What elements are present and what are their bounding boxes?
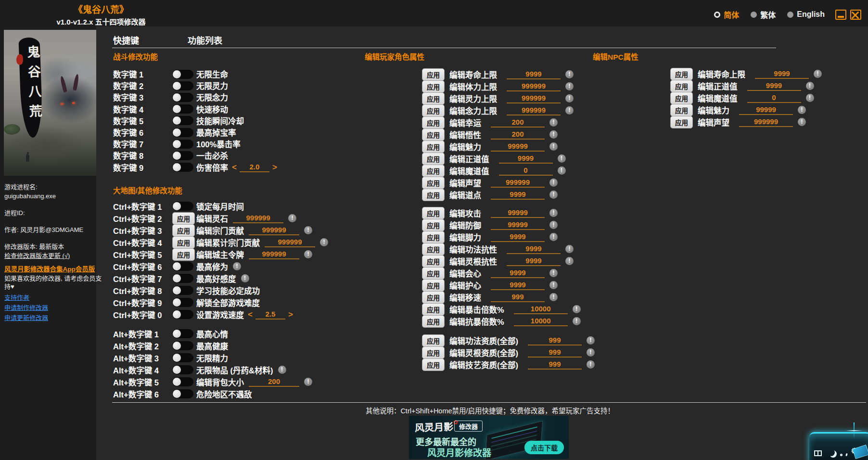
toggle-switch[interactable] (172, 341, 193, 350)
value-input[interactable]: 9999 (507, 256, 561, 266)
value-input[interactable]: 999 (528, 360, 582, 370)
apply-button[interactable]: 应用 (670, 68, 693, 80)
apply-button[interactable]: 应用 (172, 248, 195, 261)
stepper-value[interactable]: 2.5 (255, 310, 285, 319)
value-input[interactable]: 999999 (249, 226, 299, 235)
apply-button[interactable]: 应用 (422, 255, 445, 268)
toggle-switch[interactable] (172, 286, 193, 295)
value-input[interactable]: 0 (499, 166, 553, 176)
value-input[interactable]: 9999 (755, 69, 809, 79)
apply-button[interactable]: 应用 (670, 80, 693, 92)
value-input[interactable]: 999999 (233, 214, 283, 223)
overlay-widget[interactable]: ⚙ (809, 432, 868, 460)
apply-button[interactable]: 应用 (422, 80, 445, 93)
apply-button[interactable]: 应用 (422, 189, 445, 201)
apply-button[interactable]: 应用 (422, 207, 445, 219)
toggle-switch[interactable] (172, 70, 193, 79)
apply-button[interactable]: 应用 (172, 236, 195, 249)
stepper-decrease-icon[interactable]: < (232, 163, 237, 172)
minimize-button[interactable] (835, 10, 846, 20)
toggle-switch[interactable] (172, 365, 193, 374)
value-input[interactable]: 9999 (491, 268, 545, 278)
apply-button[interactable]: 应用 (422, 334, 445, 347)
value-input[interactable]: 9999 (491, 281, 545, 290)
apply-button[interactable]: 应用 (422, 68, 445, 81)
toggle-switch[interactable] (172, 140, 193, 149)
value-input[interactable]: 9999 (499, 154, 553, 164)
apply-button[interactable]: 应用 (422, 128, 445, 141)
request-update-link[interactable]: 申请更新修改器 (4, 314, 108, 322)
value-input[interactable]: 9999 (507, 70, 561, 79)
value-input[interactable]: 9999 (491, 232, 545, 242)
apply-button[interactable]: 应用 (422, 219, 445, 231)
value-input[interactable]: 99999 (491, 220, 545, 230)
value-input[interactable]: 999999 (249, 250, 299, 259)
apply-button[interactable]: 应用 (422, 267, 445, 280)
toggle-switch[interactable] (172, 93, 193, 102)
language-option[interactable]: 简体 (714, 9, 739, 20)
value-input[interactable]: 999 (528, 348, 582, 358)
toggle-switch[interactable] (172, 329, 193, 338)
value-input[interactable]: 200 (491, 118, 545, 128)
value-input[interactable]: 10000 (514, 317, 568, 326)
value-input[interactable]: 9999 (491, 190, 545, 200)
value-input[interactable]: 9999 (507, 244, 561, 254)
value-input[interactable]: 999 (528, 336, 582, 345)
check-update-link[interactable]: 检查修改器版本更新 (√) (4, 252, 108, 260)
value-input[interactable]: 9999 (747, 81, 801, 91)
value-input[interactable]: 200 (249, 377, 299, 387)
toggle-switch[interactable] (172, 310, 193, 319)
value-input[interactable]: 99999 (491, 208, 545, 218)
vip-app-link[interactable]: 风灵月影修改器合集App会员版 (4, 265, 108, 273)
apply-button[interactable]: 应用 (422, 231, 445, 243)
value-input[interactable]: 10000 (514, 305, 568, 314)
stepper-decrease-icon[interactable]: < (248, 310, 253, 319)
apply-button[interactable]: 应用 (172, 212, 195, 225)
ad-download-button[interactable]: 点击下载 (524, 441, 564, 454)
apply-button[interactable]: 应用 (422, 116, 445, 129)
toggle-switch[interactable] (172, 202, 193, 211)
apply-button[interactable]: 应用 (422, 279, 445, 292)
toggle-switch[interactable] (172, 274, 193, 283)
apply-button[interactable]: 应用 (422, 315, 445, 328)
toggle-switch[interactable] (172, 116, 193, 125)
toggle-switch[interactable] (172, 298, 193, 307)
toggle-switch[interactable] (172, 104, 193, 114)
toggle-switch[interactable] (172, 389, 193, 398)
apply-button[interactable]: 应用 (422, 104, 445, 117)
ad-banner[interactable]: 风灵月影✿ 修改器 更多最新最全的 风灵月影修改器 点击下载 (409, 416, 569, 459)
apply-button[interactable]: 应用 (422, 291, 445, 304)
apply-button[interactable]: 应用 (422, 165, 445, 177)
support-author-link[interactable]: 支持作者 (4, 294, 108, 302)
value-input[interactable]: 999999 (507, 82, 561, 91)
value-input[interactable]: 99999 (491, 142, 545, 152)
toggle-switch[interactable] (172, 262, 193, 271)
value-input[interactable]: 0 (747, 93, 801, 103)
value-input[interactable]: 999999 (507, 106, 561, 115)
apply-button[interactable]: 应用 (172, 224, 195, 237)
apply-button[interactable]: 应用 (422, 153, 445, 165)
apply-button[interactable]: 应用 (422, 92, 445, 105)
apply-button[interactable]: 应用 (670, 92, 693, 104)
value-input[interactable]: 999999 (507, 94, 561, 103)
close-button[interactable] (850, 10, 861, 20)
value-input[interactable]: 99999 (739, 105, 793, 115)
apply-button[interactable]: 应用 (422, 346, 445, 359)
language-option[interactable]: 繁体 (751, 9, 776, 20)
language-option[interactable]: English (787, 10, 825, 19)
apply-button[interactable]: 应用 (422, 243, 445, 256)
value-input[interactable]: 999999 (491, 178, 545, 188)
toggle-switch[interactable] (172, 377, 193, 386)
stepper-increase-icon[interactable]: > (272, 163, 277, 172)
value-input[interactable]: 999999 (265, 238, 315, 247)
request-trainer-link[interactable]: 申请制作修改器 (4, 304, 108, 312)
toggle-switch[interactable] (172, 353, 193, 362)
toggle-switch[interactable] (172, 81, 193, 90)
toggle-switch[interactable] (172, 163, 193, 172)
apply-button[interactable]: 应用 (670, 104, 693, 116)
stepper-increase-icon[interactable]: > (288, 310, 293, 319)
stepper-value[interactable]: 2.0 (240, 163, 269, 172)
apply-button[interactable]: 应用 (422, 141, 445, 153)
value-input[interactable]: 200 (491, 130, 545, 140)
value-input[interactable]: 999999 (739, 117, 793, 127)
